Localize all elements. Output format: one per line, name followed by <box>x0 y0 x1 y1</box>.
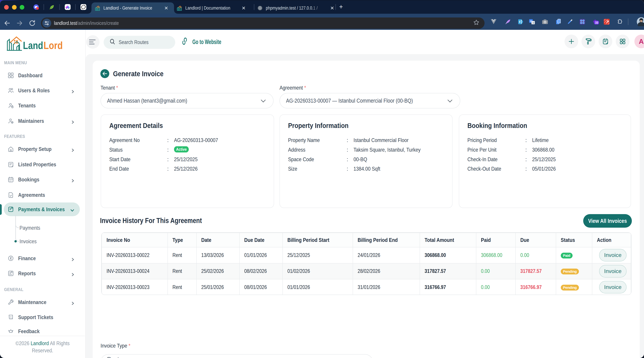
svg-text:33: 33 <box>595 21 598 24</box>
svg-text:Land: Land <box>23 40 43 51</box>
svg-text:F: F <box>519 20 521 24</box>
svg-text:Lord: Lord <box>44 40 63 51</box>
svg-text:文: 文 <box>532 22 535 24</box>
